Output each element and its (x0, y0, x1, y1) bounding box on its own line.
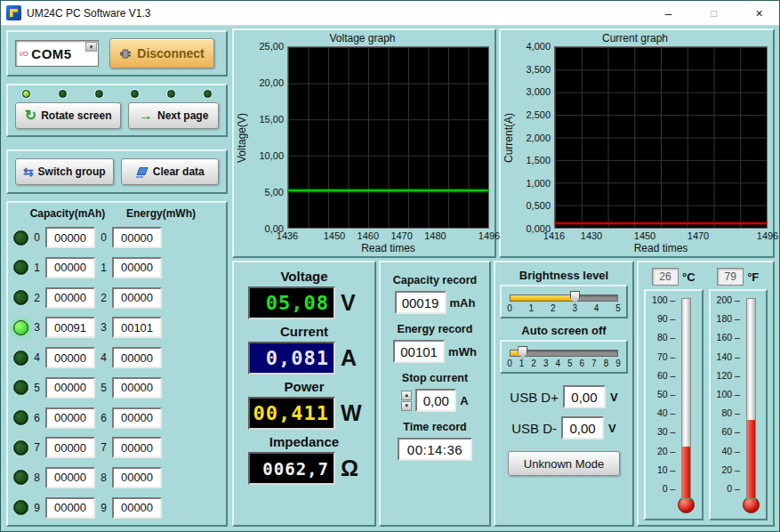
thermo-tick-label: 140 – (717, 351, 740, 362)
usb-dminus-label: USB D- (511, 421, 557, 436)
capacity-value-box: 00000 (45, 437, 95, 458)
capacity-record-unit: mAh (450, 296, 476, 310)
group-led-2 (13, 290, 28, 305)
combo-dropdown-icon[interactable]: ▼ (85, 42, 97, 52)
current-series-line (555, 222, 767, 224)
voltage-plot-area (287, 46, 489, 229)
minimize-button[interactable]: – (648, 1, 688, 26)
right-area: Voltage graph Voltage(V) 25,0020,0015,00… (230, 26, 779, 531)
current-x-axis-label: Read times (554, 242, 768, 256)
stop-current-input[interactable]: 0,00 (415, 389, 456, 412)
celsius-tube-wrap (678, 298, 695, 513)
status-led-5 (204, 90, 212, 98)
group-index: 6 (33, 412, 41, 424)
thermo-tick-label: 60 – (657, 370, 675, 381)
x-tick-label: 1470 (390, 230, 412, 241)
group-led-3 (13, 320, 28, 335)
status-led-3 (131, 90, 139, 98)
group-index: 5 (33, 382, 41, 394)
switch-group-button[interactable]: ⇆ Switch group (15, 158, 114, 185)
close-button[interactable]: × (739, 1, 779, 26)
slider-tick-label: 2 (531, 359, 536, 368)
time-record-box: 00:14:36 (398, 438, 472, 461)
graphs-row: Voltage graph Voltage(V) 25,0020,0015,00… (232, 28, 775, 258)
slider-tick-label: 5 (615, 303, 621, 313)
window-title: UM24C PC Software V1.3 (27, 7, 643, 20)
energy-record-label: Energy record (398, 323, 473, 335)
thermo-tick-label: 180 – (717, 313, 740, 324)
group-led-4 (13, 351, 28, 366)
current-display: 0,081 (248, 342, 335, 375)
voltage-unit: V (341, 290, 356, 316)
current-plot-area (554, 46, 768, 229)
group-index: 1 (100, 262, 108, 274)
brightness-label: Brightness level (519, 269, 608, 282)
energy-value-box: 00000 (112, 257, 162, 278)
status-led-row (15, 90, 219, 98)
stop-current-stepper[interactable]: ▲ ▼ (401, 391, 412, 411)
x-tick-label: 1450 (634, 230, 655, 241)
com-port-select[interactable]: I/O COM5 ▼ (15, 40, 99, 67)
rotate-screen-label: Rotate screen (41, 109, 111, 122)
slider-tick-label: 1 (529, 303, 535, 313)
group-row-0: 000000000000 (13, 223, 221, 253)
brightness-track[interactable] (510, 294, 618, 302)
nav-panel: ↻ Rotate screen → Next page (6, 84, 228, 137)
thermo-tick-label: 20 – (657, 446, 675, 456)
capacity-value-box: 00000 (45, 497, 95, 519)
usb-dminus-unit: V (608, 422, 616, 435)
y-tick-label: 2,000 (526, 133, 551, 143)
clear-data-button[interactable]: Clear data (121, 158, 220, 185)
brightness-thumb[interactable] (570, 291, 580, 303)
current-label: Current (239, 324, 369, 339)
brightness-tick-labels: 012345 (510, 303, 618, 315)
current-x-ticks: 14161430145014701496 (554, 229, 768, 242)
fahrenheit-scale: 200 –180 –160 –140 –120 –100 –80 –60 –40… (717, 294, 740, 513)
power-display: 00,411 (248, 397, 335, 430)
group-rows: 0000000000001000001000002000002000003000… (13, 222, 221, 523)
step-down-icon[interactable]: ▼ (401, 401, 412, 411)
group-index: 9 (33, 502, 41, 514)
step-up-icon[interactable]: ▲ (401, 391, 412, 400)
group-led-8 (13, 470, 28, 485)
thermo-tick-label: 70 – (657, 351, 675, 362)
slider-tick-label: 8 (604, 359, 609, 368)
group-index: 3 (100, 321, 108, 334)
group-row-9: 900000900000 (13, 493, 221, 522)
mode-button[interactable]: Unknown Mode (508, 451, 620, 476)
thermo-tick-label: 100 – (652, 294, 675, 305)
brightness-slider[interactable]: 012345 (500, 285, 628, 318)
plug-icon (119, 47, 133, 60)
slider-tick-label: 5 (567, 359, 573, 368)
thermo-tick-label: 160 – (717, 332, 740, 343)
thermo-tick-label: 100 – (717, 389, 740, 399)
group-index: 1 (33, 262, 41, 274)
energy-value-box: 00000 (112, 287, 162, 309)
maximize-button[interactable]: □ (694, 1, 734, 26)
slider-tick-label: 3 (543, 359, 549, 368)
com-port-value: COM5 (31, 46, 71, 61)
autooff-thumb[interactable] (518, 346, 527, 359)
group-row-7: 700000700000 (13, 433, 221, 463)
bottom-row: Voltage 05,08 V Current 0,081 A Power 00… (232, 261, 775, 527)
current-graph: Current graph Current(A) 4,0003,5003,000… (499, 28, 775, 258)
capacity-record-label: Capacity record (393, 274, 477, 286)
autooff-track[interactable] (510, 350, 618, 357)
group-row-8: 800000800000 (13, 463, 221, 492)
autooff-tick-labels: 0123456789 (510, 359, 618, 370)
thermo-tick-label: 50 – (657, 389, 675, 399)
autooff-label: Auto screen off (521, 324, 606, 337)
voltage-label: Voltage (239, 269, 369, 284)
next-page-button[interactable]: → Next page (128, 102, 219, 129)
next-page-label: Next page (157, 109, 208, 122)
thermo-tick-label: 40 – (657, 407, 675, 418)
slider-tick-label: 0 (507, 303, 512, 313)
y-tick-label: 3,000 (526, 86, 551, 97)
fahrenheit-tube (746, 298, 756, 499)
energy-record-unit: mWh (448, 345, 477, 359)
rotate-screen-button[interactable]: ↻ Rotate screen (15, 102, 121, 129)
voltage-graph: Voltage graph Voltage(V) 25,0020,0015,00… (232, 28, 496, 258)
autooff-slider[interactable]: 0123456789 (500, 340, 628, 374)
disconnect-button[interactable]: Disconnect (109, 38, 214, 69)
stop-current-unit: A (460, 394, 468, 407)
